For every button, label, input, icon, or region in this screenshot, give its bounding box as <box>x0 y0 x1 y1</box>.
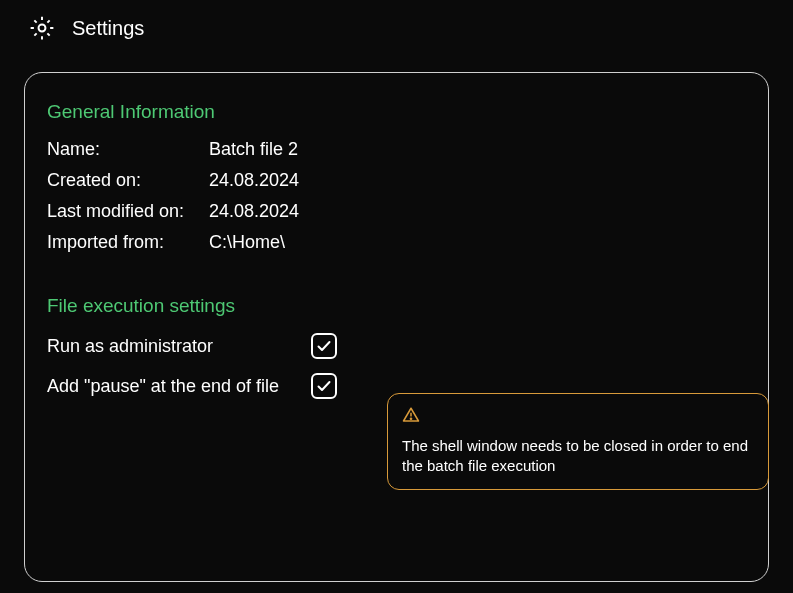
info-row-name: Name: Batch file 2 <box>47 139 746 160</box>
warning-text: The shell window needs to be closed in o… <box>402 436 754 477</box>
admin-checkbox[interactable] <box>311 333 337 359</box>
created-value: 24.08.2024 <box>209 170 299 191</box>
modified-value: 24.08.2024 <box>209 201 299 222</box>
check-icon <box>316 338 332 354</box>
imported-value: C:\Home\ <box>209 232 285 253</box>
exec-row-admin: Run as administrator <box>47 333 746 359</box>
section-exec-title: File execution settings <box>47 295 746 317</box>
svg-point-2 <box>410 418 411 419</box>
name-value: Batch file 2 <box>209 139 298 160</box>
app-header: Settings <box>0 0 793 56</box>
gear-icon <box>28 14 56 42</box>
info-row-modified: Last modified on: 24.08.2024 <box>47 201 746 222</box>
info-row-imported: Imported from: C:\Home\ <box>47 232 746 253</box>
warning-icon <box>402 406 754 428</box>
created-label: Created on: <box>47 170 209 191</box>
section-general-title: General Information <box>47 101 746 123</box>
imported-label: Imported from: <box>47 232 209 253</box>
svg-point-0 <box>39 25 46 32</box>
admin-label: Run as administrator <box>47 336 311 357</box>
warning-callout: The shell window needs to be closed in o… <box>387 393 769 490</box>
info-row-created: Created on: 24.08.2024 <box>47 170 746 191</box>
pause-checkbox[interactable] <box>311 373 337 399</box>
pause-label: Add "pause" at the end of file <box>47 376 311 397</box>
modified-label: Last modified on: <box>47 201 209 222</box>
settings-panel: General Information Name: Batch file 2 C… <box>24 72 769 582</box>
name-label: Name: <box>47 139 209 160</box>
check-icon <box>316 378 332 394</box>
page-title: Settings <box>72 17 144 40</box>
